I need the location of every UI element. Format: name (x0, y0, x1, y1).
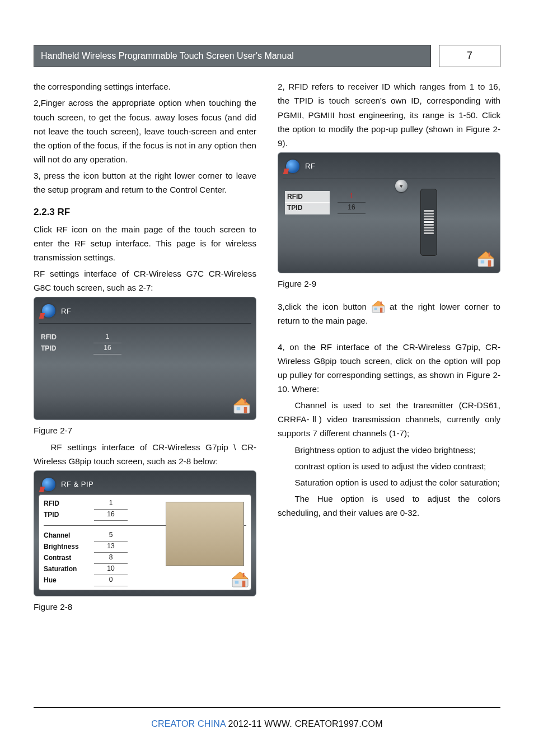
section-heading-rf: 2.2.3 RF (34, 204, 256, 220)
figure-caption: Figure 2-8 (34, 600, 256, 614)
value: 13 (94, 541, 128, 553)
para: RF settings interface of CR-Wireless G7C… (34, 267, 256, 295)
arrow-down-icon[interactable]: ▾ (395, 180, 407, 192)
label: Contrast (44, 553, 94, 564)
tpid-value: 16 (338, 202, 366, 214)
label: Brightness (44, 542, 94, 553)
para: Click RF icon on the main page of the to… (34, 222, 256, 264)
page-number: 7 (439, 45, 500, 67)
footer-brand: CREATOR CHINA (151, 719, 226, 729)
pulley-selector[interactable] (420, 189, 437, 256)
para: 3, press the icon button at the right lo… (34, 169, 256, 197)
screenshot-title: RF (61, 305, 71, 317)
hue-row[interactable]: Hue0 (44, 575, 246, 586)
rfid-label: RFID (285, 191, 330, 203)
tpid-label: TPID (41, 343, 86, 354)
figure-2-7: RF RFID 1 TPID 16 (34, 297, 256, 420)
para: Saturation option is used to adjust the … (278, 475, 500, 489)
para: RF settings interface of CR-Wireless G7p… (34, 440, 256, 468)
right-column: 2, RFID refers to receiver ID which rang… (278, 80, 500, 615)
value: 10 (94, 563, 128, 575)
value: 0 (94, 575, 128, 586)
value: 16 (94, 509, 128, 521)
tpid-label: TPID (285, 202, 330, 214)
rfid-row[interactable]: RFID 1 (41, 332, 249, 343)
home-icon (372, 301, 385, 313)
screenshot-title: RF (305, 160, 315, 172)
label: Hue (44, 575, 94, 586)
para: 2, RFID refers to receiver ID which rang… (278, 80, 500, 150)
value: 1 (94, 498, 128, 510)
tpid-row[interactable]: TPID 16 (41, 343, 249, 354)
page-footer: CREATOR CHINA 2012-11 WWW. CREATOR1997.C… (34, 707, 500, 731)
figure-caption: Figure 2-7 (34, 423, 256, 437)
label: RFID (44, 498, 94, 510)
value: 8 (94, 552, 128, 564)
para: Brightness option to adjust the video br… (278, 443, 500, 457)
globe-icon (286, 160, 299, 173)
para: the corresponding settings interface. (34, 80, 256, 94)
screenshot-title: RF & PIP (61, 478, 93, 490)
rfid-value: 1 (93, 332, 121, 343)
label: TPID (44, 510, 94, 521)
footer-text: 2012-11 WWW. CREATOR1997.COM (226, 719, 383, 729)
manual-title: Handheld Wireless Programmable Touch Scr… (34, 45, 431, 67)
left-column: the corresponding settings interface. 2,… (34, 80, 256, 615)
rfid-label: RFID (41, 332, 86, 343)
rfid-row[interactable]: RFID 1 (285, 192, 493, 203)
para: Channel is used to set the transmitter (… (278, 398, 500, 440)
page-header: Handheld Wireless Programmable Touch Scr… (34, 45, 500, 67)
globe-icon (42, 304, 55, 318)
para: 2,Finger across the appropriate option w… (34, 96, 256, 166)
para: contrast option is used to adjust the vi… (278, 459, 500, 473)
globe-icon (42, 478, 55, 491)
pip-preview (166, 502, 244, 566)
tpid-value: 16 (93, 343, 121, 354)
home-icon[interactable] (233, 398, 250, 414)
para: The Hue option is used to adjust the col… (278, 492, 500, 520)
figure-2-9: RF ▾ RFID 1 TPID 16 (278, 152, 500, 273)
home-icon[interactable] (232, 572, 249, 587)
home-icon[interactable] (477, 251, 494, 267)
rf-pip-panel: RFID1 TPID16 Channel5 Brightness13 Contr… (39, 494, 251, 590)
para: 3,click the icon button at the right low… (278, 300, 500, 328)
value: 5 (94, 530, 128, 542)
rfid-value: 1 (338, 191, 366, 203)
tpid-row[interactable]: TPID 16 (285, 203, 493, 214)
label: Saturation (44, 564, 94, 575)
figure-2-8: RF & PIP RFID1 TPID16 Channel5 Brightnes… (34, 470, 256, 596)
figure-caption: Figure 2-9 (278, 277, 500, 291)
text: 3,click the icon button (278, 302, 372, 311)
label: Channel (44, 530, 94, 542)
para: 4, on the RF interface of the CR-Wireles… (278, 340, 500, 396)
